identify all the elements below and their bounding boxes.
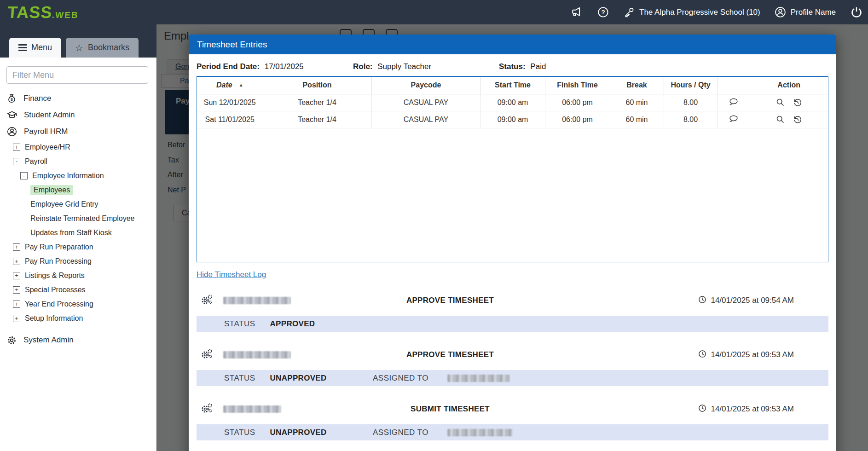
expand-icon[interactable]: + (13, 301, 20, 308)
log-action-text: SUBMIT TIMESHEET (411, 405, 490, 414)
sidebar-item-payroll[interactable]: - Payroll (0, 154, 156, 168)
role-label: Role: (353, 62, 373, 71)
graduation-cap-icon (6, 110, 17, 121)
redacted-user-name (223, 405, 281, 413)
tass-web-logo: TASS.WEB (7, 3, 80, 22)
role-value: Supply Teacher (377, 62, 431, 71)
help-icon: ? (597, 6, 609, 18)
profile-name: Profile Name (791, 8, 836, 17)
collapse-icon[interactable]: - (20, 172, 28, 179)
column-header-position[interactable]: Position (263, 77, 371, 94)
sidebar-item-employees[interactable]: Employees (0, 183, 156, 197)
profile-icon (774, 6, 787, 18)
tab-bookmarks[interactable]: ☆ Bookmarks (66, 38, 139, 58)
modal-title: Timesheet Entries (189, 35, 836, 54)
log-timestamp: 14/01/2025 at 09:53 AM (711, 405, 794, 414)
redacted-user-name (447, 375, 509, 382)
person-circle-icon (6, 126, 17, 137)
column-header-break[interactable]: Break (610, 77, 664, 94)
column-header-hours-qty[interactable]: Hours / Qty (664, 77, 718, 94)
profile-menu[interactable]: Profile Name (774, 6, 836, 18)
sidebar-item-reinstate-terminated-employee[interactable]: Reinstate Terminated Employee (0, 211, 156, 226)
status-label: STATUS (224, 374, 255, 383)
sidebar: $ Finance Student Admin Payroll HRM + Em… (0, 58, 156, 451)
sidebar-item-listings-reports[interactable]: + Listings & Reports (0, 268, 156, 283)
expand-icon[interactable]: + (13, 243, 20, 251)
search-icon[interactable] (775, 98, 785, 107)
log-timestamp: 14/01/2025 at 09:54 AM (711, 296, 794, 305)
status-value: UNAPPROVED (270, 374, 327, 383)
expand-icon[interactable]: + (13, 144, 20, 151)
tab-menu[interactable]: Menu (9, 38, 61, 58)
history-icon[interactable] (793, 98, 802, 107)
logout-button[interactable] (850, 6, 863, 19)
status-label: STATUS (224, 428, 255, 437)
status-value: Paid (530, 62, 546, 71)
log-status-bar: STATUS UNAPPROVED ASSIGNED TO (197, 424, 828, 440)
hamburger-icon (18, 44, 27, 45)
settings-gears-icon (200, 402, 213, 416)
power-icon (850, 6, 863, 19)
sidebar-item-finance[interactable]: $ Finance (0, 90, 156, 107)
hide-timesheet-log-link[interactable]: Hide Timesheet Log (197, 270, 266, 279)
megaphone-icon (571, 6, 583, 18)
assigned-to-label: ASSIGNED TO (373, 374, 428, 383)
help-button[interactable]: ? (597, 6, 609, 18)
filter-menu-input[interactable] (6, 66, 148, 84)
sidebar-tab-strip: Menu ☆ Bookmarks (0, 24, 156, 58)
collapse-icon[interactable]: - (13, 158, 20, 165)
sidebar-item-student-admin[interactable]: Student Admin (0, 107, 156, 123)
clock-icon (698, 404, 707, 415)
cell-position: Teacher 1/4 (263, 94, 371, 111)
timesheet-grid: Date▲ Position Paycode Start Time Finish… (197, 76, 828, 262)
timesheet-row: Sun 12/01/2025 Teacher 1/4 CASUAL PAY 09… (197, 94, 828, 111)
sidebar-item-pay-run-processing[interactable]: + Pay Run Processing (0, 254, 156, 268)
column-header-start-time[interactable]: Start Time (480, 77, 545, 94)
status-value: APPROVED (270, 319, 315, 329)
sidebar-item-pay-run-preparation[interactable]: + Pay Run Preparation (0, 240, 156, 254)
cell-finish-time: 06:00 pm (545, 111, 610, 128)
sidebar-item-updates-from-staff-kiosk[interactable]: Updates from Staff Kiosk (0, 226, 156, 240)
sidebar-item-payroll-hrm[interactable]: Payroll HRM (0, 123, 156, 140)
cell-date: Sun 12/01/2025 (197, 94, 263, 111)
cell-finish-time: 06:00 pm (545, 94, 610, 111)
sidebar-item-year-end-processing[interactable]: + Year End Processing (0, 297, 156, 311)
sidebar-item-employee-information[interactable]: - Employee Information (0, 168, 156, 183)
column-header-comment (718, 77, 750, 94)
cell-hours-qty: 8.00 (664, 94, 718, 111)
sidebar-item-special-processes[interactable]: + Special Processes (0, 283, 156, 297)
comment-icon[interactable] (729, 97, 739, 107)
column-header-finish-time[interactable]: Finish Time (545, 77, 610, 94)
cell-hours-qty: 8.00 (664, 111, 718, 128)
school-selector[interactable]: The Alpha Progressive School (10) (623, 6, 760, 18)
cell-date: Sat 11/01/2025 (197, 111, 263, 128)
column-header-paycode[interactable]: Paycode (371, 77, 480, 94)
expand-icon[interactable]: + (13, 315, 20, 322)
timesheet-info-row: Period End Date: 17/01/2025 Role: Supply… (197, 61, 828, 72)
log-status-bar: STATUS UNAPPROVED ASSIGNED TO (197, 370, 828, 386)
log-status-bar: STATUS APPROVED (197, 316, 828, 332)
announcements-button[interactable] (571, 6, 583, 18)
sidebar-item-setup-information[interactable]: + Setup Information (0, 311, 156, 325)
settings-gears-icon (200, 293, 213, 308)
sidebar-item-employee-hr[interactable]: + Employee/HR (0, 140, 156, 154)
top-bar: TASS.WEB ? The Alpha Progressive School … (0, 0, 868, 24)
history-icon[interactable] (793, 115, 802, 124)
sidebar-item-employee-grid-entry[interactable]: Employee Grid Entry (0, 197, 156, 211)
sidebar-item-system-admin[interactable]: System Admin (0, 332, 156, 348)
comment-icon[interactable] (729, 114, 739, 124)
timesheet-row: Sat 11/01/2025 Teacher 1/4 CASUAL PAY 09… (197, 111, 828, 128)
status-label: STATUS (224, 319, 255, 329)
cell-paycode: CASUAL PAY (371, 94, 480, 111)
school-name: The Alpha Progressive School (10) (639, 8, 760, 17)
search-icon[interactable] (775, 115, 785, 124)
clock-icon (698, 295, 707, 306)
column-header-date[interactable]: Date▲ (197, 77, 263, 94)
status-label: Status: (499, 62, 526, 71)
sort-ascending-icon: ▲ (239, 82, 243, 87)
expand-icon[interactable]: + (13, 272, 20, 279)
expand-icon[interactable]: + (13, 258, 20, 265)
expand-icon[interactable]: + (13, 286, 20, 294)
gear-icon (6, 335, 17, 346)
cell-paycode: CASUAL PAY (371, 111, 480, 128)
